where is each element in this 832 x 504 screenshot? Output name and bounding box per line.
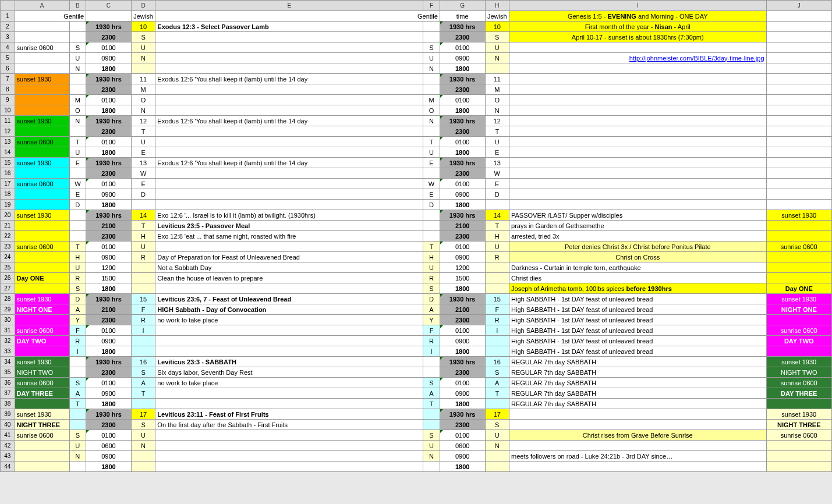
cell[interactable]: E [485, 147, 509, 158]
cell[interactable]: M [423, 95, 440, 105]
cell[interactable]: T [485, 388, 509, 399]
cell[interactable]: T [423, 399, 440, 409]
row-header[interactable]: 36 [1, 378, 15, 388]
cell[interactable] [15, 32, 69, 42]
row-header[interactable]: 4 [1, 42, 15, 53]
row-header[interactable]: 38 [1, 399, 15, 409]
cell[interactable] [509, 63, 767, 74]
cell[interactable] [69, 168, 86, 179]
cell[interactable]: A [485, 378, 509, 388]
cell[interactable]: S [131, 420, 155, 430]
cell[interactable]: S [131, 367, 155, 378]
cell[interactable] [485, 262, 509, 273]
row-header[interactable]: 6 [1, 63, 15, 74]
cell[interactable] [15, 346, 69, 357]
cell[interactable]: High SABBATH - 1st DAY feast of unleaved… [509, 325, 767, 336]
cell[interactable]: 2300 [86, 420, 132, 430]
cell[interactable] [155, 200, 423, 210]
cell[interactable]: U [485, 42, 509, 53]
cell[interactable]: sunrise 0600 [15, 378, 69, 388]
col-header-E[interactable]: E [155, 1, 423, 11]
cell[interactable]: High SABBATH - 1st DAY feast of unleaved… [509, 294, 767, 304]
cell[interactable] [69, 84, 86, 95]
cell[interactable] [509, 42, 767, 53]
col-header-B[interactable]: B [69, 1, 86, 11]
cell[interactable] [766, 158, 831, 168]
cell[interactable] [766, 221, 831, 231]
cell[interactable] [15, 315, 69, 325]
cell[interactable]: 1800 [86, 346, 132, 357]
cell[interactable]: 1800 [440, 462, 485, 472]
row-header[interactable]: 16 [1, 168, 15, 179]
cell[interactable] [423, 168, 440, 179]
cell[interactable]: N [423, 451, 440, 462]
cell[interactable]: prays in Garden of Gethsemethe [509, 221, 767, 231]
cell[interactable]: I [485, 325, 509, 336]
cell[interactable]: NIGHT THREE [766, 420, 831, 430]
cell[interactable] [766, 95, 831, 105]
row-header[interactable]: 7 [1, 74, 15, 84]
row-header[interactable]: 33 [1, 346, 15, 357]
cell[interactable]: no work to take place [155, 378, 423, 388]
cell[interactable]: 1800 [440, 283, 485, 294]
cell[interactable] [69, 210, 86, 221]
cell[interactable]: sunset 1930 [15, 210, 69, 221]
cell[interactable]: Gentile [155, 11, 440, 22]
cell[interactable]: N [423, 116, 440, 126]
cell[interactable] [15, 262, 69, 273]
cell[interactable]: A [131, 378, 155, 388]
cell[interactable]: 1800 [440, 147, 485, 158]
cell[interactable] [155, 346, 423, 357]
row-header[interactable]: 32 [1, 336, 15, 346]
cell[interactable] [423, 126, 440, 137]
cell[interactable]: arrested, tried 3x [509, 231, 767, 242]
cell[interactable]: Leviticus 23:3 - SABBATH [155, 357, 423, 367]
cell[interactable] [131, 451, 155, 462]
cell[interactable]: Exodus 12:3 - Select Passover Lamb [155, 22, 423, 32]
row-header[interactable]: 21 [1, 221, 15, 231]
cell[interactable]: N [485, 53, 509, 63]
cell[interactable]: 1800 [86, 105, 132, 116]
cell[interactable]: N [423, 63, 440, 74]
cell[interactable]: 0900 [86, 388, 132, 399]
cell[interactable]: U [485, 242, 509, 252]
cell[interactable]: 1200 [440, 262, 485, 273]
cell[interactable] [155, 189, 423, 200]
cell[interactable]: Jewish [131, 11, 155, 22]
cell[interactable]: 0900 [440, 189, 485, 200]
cell[interactable]: 0900 [440, 336, 485, 346]
cell[interactable]: N [485, 105, 509, 116]
row-header[interactable]: 40 [1, 420, 15, 430]
row-header[interactable]: 13 [1, 137, 15, 147]
cell[interactable] [86, 11, 132, 22]
cell[interactable]: sunrise 0600 [766, 242, 831, 252]
cell[interactable]: no work to take place [155, 315, 423, 325]
col-header-G[interactable]: G [440, 1, 485, 11]
cell[interactable]: 0900 [440, 451, 485, 462]
cell[interactable] [766, 32, 831, 42]
cell[interactable]: 1800 [86, 63, 132, 74]
cell[interactable]: I [131, 325, 155, 336]
cell[interactable]: Exodus 12:6 'You shall keep it (lamb) un… [155, 158, 423, 168]
cell[interactable]: time [440, 11, 485, 22]
cell[interactable]: T [485, 221, 509, 231]
row-header[interactable]: 1 [1, 11, 15, 22]
cell[interactable]: D [423, 294, 440, 304]
cell[interactable]: NIGHT ONE [766, 304, 831, 315]
cell[interactable]: Exodus 12:6 'You shall keep it (lamb) un… [155, 74, 423, 84]
cell[interactable] [423, 74, 440, 84]
cell[interactable]: 0900 [440, 252, 485, 262]
cell[interactable]: E [423, 189, 440, 200]
cell[interactable] [509, 116, 767, 126]
cell[interactable] [69, 32, 86, 42]
cell[interactable]: 1800 [440, 63, 485, 74]
cell[interactable]: 1930 hrs [440, 357, 485, 367]
cell[interactable]: H [131, 231, 155, 242]
cell[interactable]: 0100 [86, 430, 132, 441]
cell[interactable]: sunrise 0600 [766, 430, 831, 441]
row-header[interactable]: 34 [1, 357, 15, 367]
row-header[interactable]: 27 [1, 283, 15, 294]
cell[interactable]: sunrise 0600 [15, 137, 69, 147]
cell[interactable]: Not a Sabbath Day [155, 262, 423, 273]
cell[interactable]: NIGHT TWO [15, 367, 69, 378]
